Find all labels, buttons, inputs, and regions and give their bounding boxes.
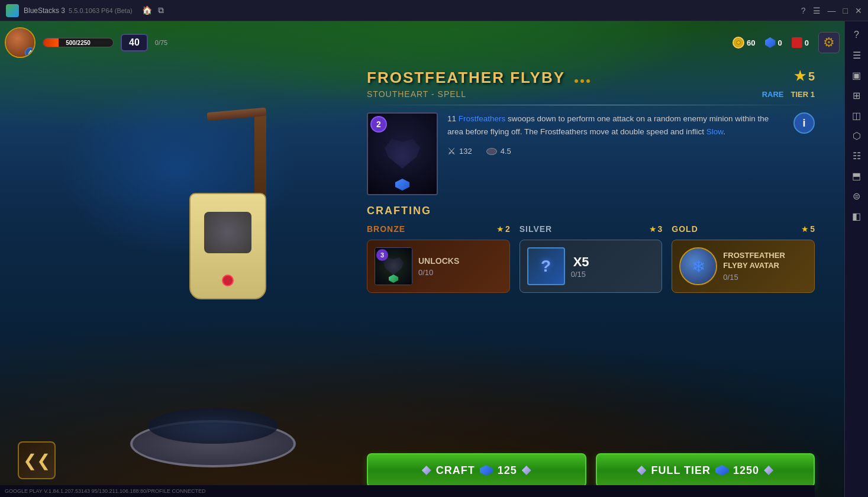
- avatar-frame: 4: [5, 27, 36, 58]
- minimize-button[interactable]: —: [828, 6, 836, 15]
- scroll-image: [204, 212, 251, 253]
- spell-image: 2: [367, 112, 438, 195]
- hp-bar: 500/2250: [43, 38, 114, 47]
- hp-text: 500/2250: [66, 40, 91, 46]
- close-button[interactable]: ✕: [855, 6, 862, 15]
- coin-icon: ⬡: [733, 37, 744, 49]
- home-icon[interactable]: 🏠: [142, 5, 152, 15]
- silver-star-count: 3: [658, 224, 663, 234]
- restore-button[interactable]: □: [843, 6, 848, 15]
- copy-icon[interactable]: ⧉: [158, 5, 164, 15]
- ticket-amount: 0: [805, 38, 809, 47]
- star-icon: ★: [794, 69, 806, 84]
- craft-label: CRAFT: [436, 464, 475, 477]
- sidebar-icon-4[interactable]: ⊞: [848, 86, 866, 104]
- gem-amount: 0: [778, 38, 782, 47]
- sidebar-icon-9[interactable]: ⊜: [848, 187, 866, 205]
- currency-group: ⬡ 60 0 0 ⚙: [733, 32, 840, 53]
- ticket-icon: [792, 37, 802, 48]
- range-stat: 4.5: [486, 144, 511, 159]
- bronze-item-badge: 3: [376, 249, 388, 261]
- top-hud: 4 500/2250 40 0/75 ⬡ 60 0 0 ⚙: [5, 26, 840, 59]
- craft-diamond-left: [422, 466, 431, 475]
- menu-icon[interactable]: ☰: [813, 6, 821, 15]
- right-sidebar: ? ☰ ▣ ⊞ ◫ ⬡ ☷ ⬒ ⊜ ◧: [844, 21, 868, 497]
- status-text: GOOGLE PLAY V.1.84.1.207.53143 95/130.21…: [5, 488, 206, 494]
- sidebar-icon-3[interactable]: ▣: [848, 66, 866, 84]
- gold-star-icon: ★: [801, 224, 809, 234]
- bronze-tier-block: BRONZE ★ 2 3 UNLOCKS: [367, 224, 510, 293]
- rarity-badge: RARE: [762, 90, 784, 99]
- bronze-star-icon: ★: [496, 224, 504, 234]
- app-version: 5.5.0.1063 P64 (Beta): [69, 7, 133, 14]
- bronze-item-info: UNLOCKS 0/10: [418, 256, 502, 277]
- avatar-bird-icon: ❄: [692, 257, 705, 276]
- hp-fill: [43, 38, 59, 47]
- sidebar-icon-7[interactable]: ☷: [848, 147, 866, 164]
- bronze-tier-stars: ★ 2: [496, 224, 510, 234]
- scroll-seal: [222, 275, 234, 286]
- bluestacks-logo: [6, 4, 19, 17]
- level-badge: 40: [121, 34, 148, 51]
- bronze-item-image: 3: [375, 247, 412, 285]
- dot3: [586, 79, 590, 83]
- currency-tickets: 0: [792, 37, 809, 48]
- title-decoration: [575, 79, 590, 83]
- avatar-inner: ❄: [680, 248, 716, 284]
- star-count: 5: [808, 70, 815, 83]
- tier-badge: TIER 1: [791, 90, 815, 99]
- nav-arrow-left[interactable]: ❮❮: [18, 441, 56, 479]
- sidebar-icon-2[interactable]: ☰: [848, 46, 866, 64]
- silver-tier-stars: ★ 3: [649, 224, 663, 234]
- bronze-bird-icon: [383, 257, 404, 275]
- xp-display: 0/75: [155, 39, 167, 46]
- gold-reward-label: FROSTFEATHER FLYBY AVATAR: [723, 251, 807, 271]
- sidebar-icon-1[interactable]: ?: [848, 26, 866, 44]
- bronze-star-count: 2: [505, 224, 510, 234]
- attack-value: 132: [459, 146, 472, 158]
- full-tier-label: FULL TIER: [651, 464, 711, 477]
- avatar-reward: ❄: [679, 247, 717, 285]
- dot1: [575, 79, 578, 83]
- desc-period: .: [723, 127, 725, 136]
- silver-multiplier: X5: [573, 254, 655, 270]
- coin-amount: 60: [747, 38, 755, 47]
- full-tier-button[interactable]: FULL TIER 1250: [596, 453, 815, 488]
- mystery-question-mark: ?: [541, 257, 551, 276]
- sidebar-icon-6[interactable]: ⬡: [848, 127, 866, 144]
- spell-title-row: FROSTFEATHER FLYBY ★ 5: [367, 69, 815, 89]
- sidebar-icon-8[interactable]: ⬒: [848, 167, 866, 185]
- info-button[interactable]: i: [793, 112, 815, 134]
- bronze-tier-name: BRONZE: [367, 224, 405, 234]
- bronze-tier-header: BRONZE ★ 2: [367, 224, 510, 234]
- window-controls: ? ☰ — □ ✕: [801, 6, 862, 15]
- sword-icon: ⚔: [447, 144, 456, 159]
- spell-cost-badge: 2: [370, 116, 387, 133]
- bronze-tier-card: 3 UNLOCKS 0/10: [367, 240, 510, 293]
- sidebar-icon-5[interactable]: ◫: [848, 106, 866, 124]
- range-value: 4.5: [501, 146, 511, 158]
- spell-stats: ⚔ 132 4.5: [447, 144, 784, 159]
- sidebar-icon-10[interactable]: ◧: [848, 207, 866, 225]
- game-area: 4 500/2250 40 0/75 ⬡ 60 0 0 ⚙: [0, 21, 844, 497]
- spell-description: 11 Frostfeathers swoops down to perform …: [447, 112, 784, 195]
- silver-item-info: X5 0/15: [571, 254, 655, 279]
- gold-tier-card: ❄ FROSTFEATHER FLYBY AVATAR 0/15: [672, 240, 815, 293]
- settings-button[interactable]: ⚙: [818, 32, 840, 53]
- spell-type: STOUTHEART - SPELL: [367, 89, 466, 99]
- silver-tier-block: SILVER ★ 3 ? X5 0/15: [519, 224, 663, 293]
- silver-tier-card: ? X5 0/15: [519, 240, 663, 293]
- silver-progress: 0/15: [571, 270, 655, 279]
- gold-tier-stars: ★ 5: [801, 224, 815, 234]
- basin-water: [148, 408, 278, 444]
- silver-tier-header: SILVER ★ 3: [519, 224, 663, 234]
- avatar-level: 4: [25, 47, 36, 58]
- craft-button[interactable]: CRAFT 125: [367, 453, 586, 488]
- gold-item-info: FROSTFEATHER FLYBY AVATAR 0/15: [723, 251, 807, 282]
- app-title: BlueStacks 3: [24, 7, 65, 15]
- scroll: [189, 193, 266, 299]
- help-icon[interactable]: ?: [801, 6, 806, 15]
- currency-coins: ⬡ 60: [733, 37, 755, 49]
- titlebar: BlueStacks 3 5.5.0.1063 P64 (Beta) 🏠 ⧉ ?…: [0, 0, 868, 21]
- currency-gems: 0: [765, 37, 782, 48]
